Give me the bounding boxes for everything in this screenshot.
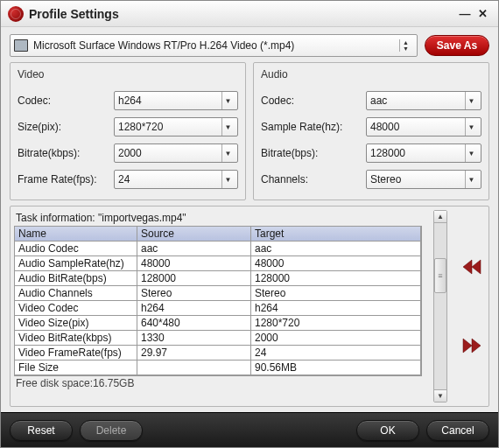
audio-samplerate-label: Sample Rate(hz): [261,121,366,133]
table-row[interactable]: Audio SampleRate(hz)4800048000 [15,256,421,271]
table-row[interactable]: Video Codech264h264 [15,301,421,316]
chevron-down-icon: ▼ [465,118,477,136]
cell-name: Video Codec [15,301,137,316]
table-row[interactable]: Video BitRate(kbps)13302000 [15,331,421,346]
cell-target: 90.56MB [251,360,421,375]
cell-target: 2000 [251,331,421,346]
cell-target: aac [251,242,421,256]
chevron-down-icon: ▼ [221,144,234,162]
scroll-thumb[interactable] [434,258,446,293]
table-row[interactable]: File Size90.56MB [15,360,421,375]
cell-name: Audio Channels [15,286,137,301]
cell-source [137,360,251,375]
ok-button[interactable]: OK [356,420,419,441]
cell-source: 128000 [137,271,251,286]
cell-name: Audio SampleRate(hz) [15,256,137,271]
cell-name: File Size [15,360,137,375]
audio-channels-label: Channels: [261,173,366,186]
profile-select[interactable]: Microsoft Surface Windows RT/Pro H.264 V… [10,34,418,57]
cell-source: 48000 [137,256,251,271]
cell-target: Stereo [251,286,421,301]
chevron-down-icon: ▼ [465,92,477,109]
window-title: Profile Settings [29,7,456,21]
col-header-name[interactable]: Name [15,227,137,242]
titlebar: Profile Settings — ✕ [1,1,498,27]
task-vertical-scrollbar[interactable]: ▲ ▼ [433,210,447,402]
save-as-button[interactable]: Save As [425,35,489,56]
table-row[interactable]: Audio ChannelsStereoStereo [15,286,421,301]
cell-name: Audio Codec [15,242,137,256]
profile-settings-window: Profile Settings — ✕ Microsoft Surface W… [0,0,499,448]
av-settings-row: Video Codec: h264 ▼ Size(pix): 1280*720 … [10,62,489,200]
profile-spin-buttons[interactable]: ▲▼ [399,39,413,52]
task-info-label: Task information: "importvegas.mp4" [16,212,422,224]
cell-target: 24 [251,346,421,360]
audio-channels-select[interactable]: Stereo ▼ [366,170,481,189]
cell-name: Audio BitRate(bps) [15,271,137,286]
prev-task-button[interactable] [461,258,482,276]
video-framerate-label: Frame Rate(fps): [18,173,114,186]
profile-row: Microsoft Surface Windows RT/Pro H.264 V… [10,34,489,57]
delete-button[interactable]: Delete [80,420,143,441]
audio-codec-select[interactable]: aac ▼ [366,91,481,110]
chevron-down-icon: ▼ [465,171,477,188]
cell-target: 1280*720 [251,316,421,331]
chevron-down-icon: ▼ [465,144,477,162]
scroll-down-button[interactable]: ▼ [434,389,446,402]
cell-source: 1330 [137,331,251,346]
task-info-block: Task information: "importvegas.mp4" Name… [10,206,489,407]
video-size-select[interactable]: 1280*720 ▼ [114,117,238,136]
cell-source: 640*480 [137,316,251,331]
footer-bar: Reset Delete OK Cancel [1,412,498,447]
video-codec-select[interactable]: h264 ▼ [114,91,238,110]
video-group-title: Video [18,68,238,80]
close-button[interactable]: ✕ [474,5,491,23]
table-row[interactable]: Audio Codecaacaac [15,242,421,256]
table-row[interactable]: Audio BitRate(bps)128000128000 [15,271,421,286]
col-header-target[interactable]: Target [251,227,421,242]
device-icon [14,39,28,52]
chevron-down-icon: ▼ [221,118,234,136]
audio-bitrate-label: Bitrate(bps): [261,147,366,159]
cell-name: Video BitRate(kbps) [15,331,137,346]
cell-source: Stereo [137,286,251,301]
video-codec-label: Codec: [18,94,114,107]
chevron-down-icon: ▼ [221,171,234,188]
audio-group-title: Audio [261,68,481,80]
cell-source: aac [137,242,251,256]
audio-samplerate-select[interactable]: 48000 ▼ [366,117,481,136]
cell-target: 48000 [251,256,421,271]
task-table: Name Source Target Audio CodecaacaacAudi… [14,226,422,376]
cell-target: h264 [251,301,421,316]
cancel-button[interactable]: Cancel [426,420,489,441]
content-area: Microsoft Surface Windows RT/Pro H.264 V… [1,27,498,412]
cell-source: h264 [137,301,251,316]
table-row[interactable]: Video FrameRate(fps)29.9724 [15,346,421,360]
table-header-row: Name Source Target [15,227,421,242]
reset-button[interactable]: Reset [10,420,73,441]
video-group: Video Codec: h264 ▼ Size(pix): 1280*720 … [10,62,246,200]
col-header-source[interactable]: Source [137,227,251,242]
profile-selected-label: Microsoft Surface Windows RT/Pro H.264 V… [33,39,399,52]
video-size-label: Size(pix): [18,121,114,133]
audio-group: Audio Codec: aac ▼ Sample Rate(hz): 4800… [253,62,489,200]
app-icon [8,6,24,22]
cell-source: 29.97 [137,346,251,360]
audio-bitrate-select[interactable]: 128000 ▼ [366,144,481,163]
video-bitrate-select[interactable]: 2000 ▼ [114,144,238,163]
scroll-up-button[interactable]: ▲ [434,211,446,223]
next-task-button[interactable] [461,337,482,354]
video-bitrate-label: Bitrate(kbps): [18,147,114,159]
free-disk-label: Free disk space:16.75GB [16,377,422,389]
audio-codec-label: Codec: [261,94,366,107]
chevron-down-icon: ▼ [221,92,234,109]
cell-target: 128000 [251,271,421,286]
table-row[interactable]: Video Size(pix)640*4801280*720 [15,316,421,331]
minimize-button[interactable]: — [456,5,474,23]
cell-name: Video FrameRate(fps) [15,346,137,360]
video-framerate-select[interactable]: 24 ▼ [114,170,238,189]
cell-name: Video Size(pix) [15,316,137,331]
